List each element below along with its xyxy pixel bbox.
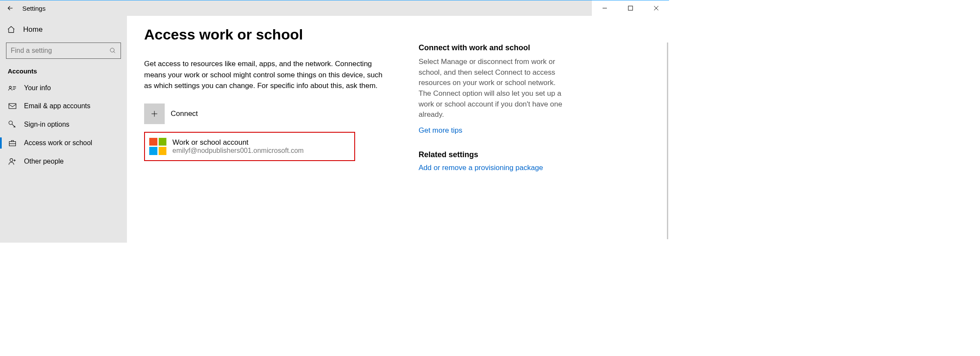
svg-point-14	[10, 158, 13, 161]
sidebar-item-label: Email & app accounts	[24, 102, 90, 110]
back-button[interactable]	[0, 0, 21, 16]
aside-column: Connect with work and school Select Mana…	[419, 26, 564, 243]
connect-button[interactable]: Connect	[144, 103, 401, 124]
person-plus-icon	[8, 157, 17, 166]
account-email: emilyf@nodpublishers001.onmicrosoft.com	[172, 147, 304, 155]
aside-heading-related: Related settings	[419, 150, 564, 159]
maximize-button[interactable]	[618, 0, 643, 16]
provisioning-link[interactable]: Add or remove a provisioning package	[419, 164, 564, 172]
minimize-icon	[602, 6, 607, 11]
svg-point-11	[9, 121, 12, 125]
section-label: Accounts	[0, 65, 127, 79]
maximize-icon	[628, 6, 633, 11]
svg-point-4	[110, 48, 114, 52]
work-school-account-item[interactable]: Work or school account emilyf@nodpublish…	[144, 132, 355, 161]
scrollbar[interactable]	[667, 43, 668, 239]
search-input[interactable]	[11, 47, 109, 55]
settings-window: Settings Home Acc	[0, 0, 669, 243]
svg-rect-1	[628, 6, 633, 10]
page-title: Access work or school	[144, 26, 401, 43]
search-icon	[109, 47, 116, 54]
sidebar-item-access-work-school[interactable]: Access work or school	[0, 134, 127, 152]
svg-point-6	[9, 86, 12, 88]
window-controls	[592, 0, 669, 16]
window-title: Settings	[22, 5, 45, 12]
aside-body-connect: Select Manage or disconnect from work or…	[419, 57, 564, 120]
arrow-left-icon	[6, 4, 14, 12]
briefcase-icon	[8, 139, 17, 147]
main-column: Access work or school Get access to reso…	[144, 26, 419, 243]
home-icon	[7, 25, 16, 34]
body: Home Accounts Your info Email & app acco…	[0, 16, 669, 243]
sidebar-item-other-people[interactable]: Other people	[0, 152, 127, 171]
titlebar: Settings	[0, 0, 669, 16]
sidebar-item-label: Access work or school	[24, 139, 92, 147]
get-more-tips-link[interactable]: Get more tips	[419, 126, 564, 135]
home-label: Home	[23, 25, 42, 34]
home-button[interactable]: Home	[0, 21, 127, 38]
key-icon	[8, 120, 17, 129]
content-area: Access work or school Get access to reso…	[127, 16, 669, 243]
close-icon	[654, 6, 659, 11]
sidebar-item-email-accounts[interactable]: Email & app accounts	[0, 97, 127, 115]
minimize-button[interactable]	[592, 0, 618, 16]
sidebar-item-your-info[interactable]: Your info	[0, 79, 127, 97]
account-text: Work or school account emilyf@nodpublish…	[172, 138, 304, 155]
search-box[interactable]	[6, 43, 121, 59]
sidebar-item-label: Other people	[24, 158, 64, 165]
connect-label: Connect	[171, 110, 198, 118]
account-title: Work or school account	[172, 138, 304, 147]
sidebar-item-label: Your info	[24, 84, 51, 92]
person-card-icon	[8, 84, 17, 92]
microsoft-logo-icon	[149, 138, 166, 155]
svg-rect-10	[9, 103, 16, 109]
svg-line-5	[114, 52, 115, 53]
sidebar: Home Accounts Your info Email & app acco…	[0, 16, 127, 243]
aside-heading-connect: Connect with work and school	[419, 43, 564, 52]
mail-icon	[8, 103, 17, 110]
sidebar-item-label: Sign-in options	[24, 121, 69, 128]
page-description: Get access to resources like email, apps…	[144, 58, 384, 91]
close-button[interactable]	[643, 0, 669, 16]
sidebar-item-signin-options[interactable]: Sign-in options	[0, 115, 127, 134]
plus-icon	[144, 103, 165, 124]
